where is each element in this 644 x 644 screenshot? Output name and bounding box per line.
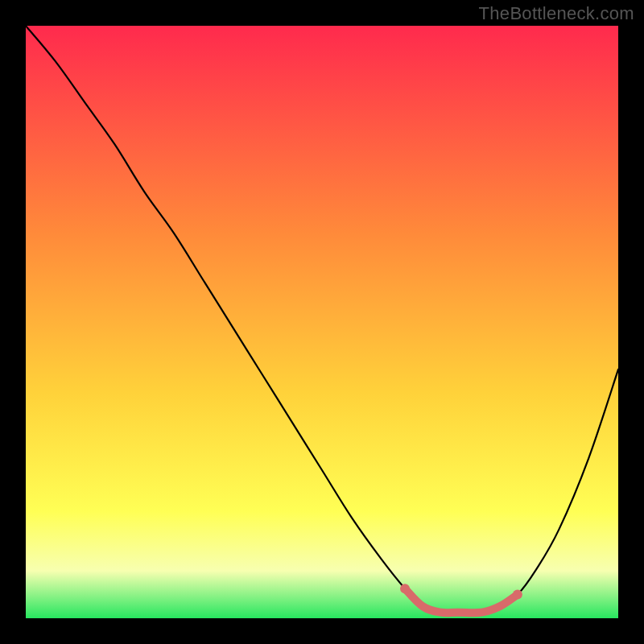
gradient-background	[26, 26, 618, 618]
plot-area	[26, 26, 618, 618]
watermark-text: TheBottleneck.com	[479, 3, 634, 24]
chart-svg	[26, 26, 618, 618]
highlight-start-dot	[400, 584, 410, 593]
chart-container: TheBottleneck.com	[0, 0, 644, 644]
highlight-end-dot	[513, 590, 522, 600]
